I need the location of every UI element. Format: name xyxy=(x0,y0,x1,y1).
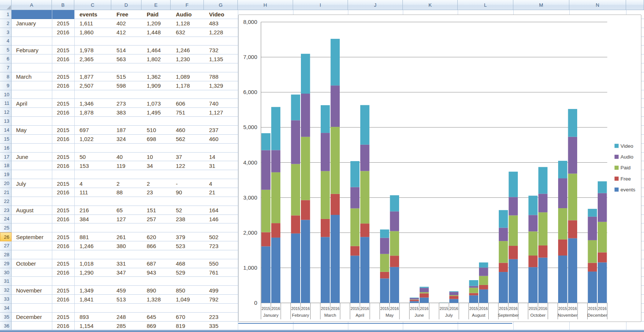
legend-swatch[interactable] xyxy=(615,155,619,159)
bar-segment[interactable] xyxy=(529,256,538,267)
cell[interactable]: January xyxy=(12,19,52,28)
cell[interactable]: 1,127 xyxy=(204,108,238,117)
bar-segment[interactable] xyxy=(558,239,567,256)
cell[interactable] xyxy=(141,117,171,126)
cell[interactable]: July xyxy=(12,179,52,188)
cell[interactable] xyxy=(204,37,238,46)
cell[interactable]: 10 xyxy=(141,153,171,162)
row-header[interactable]: 24 xyxy=(0,215,12,224)
cell[interactable]: 380 xyxy=(111,241,141,250)
bar-segment[interactable] xyxy=(529,231,538,256)
cell[interactable]: 893 xyxy=(74,313,111,322)
bar-segment[interactable] xyxy=(351,187,360,209)
cell[interactable] xyxy=(52,37,74,46)
cell[interactable]: 606 xyxy=(171,99,204,108)
bar-segment[interactable] xyxy=(390,256,399,267)
row-header[interactable]: 2 xyxy=(0,19,12,28)
cell[interactable]: 620 xyxy=(141,232,171,241)
cell[interactable]: 335 xyxy=(204,322,238,331)
cell[interactable]: 1,089 xyxy=(171,72,204,81)
cell[interactable] xyxy=(12,10,52,19)
cell[interactable]: 257 xyxy=(141,215,171,224)
row-header[interactable]: 14 xyxy=(0,126,12,135)
cell[interactable] xyxy=(74,277,111,286)
cell[interactable] xyxy=(12,223,52,232)
bar-segment[interactable] xyxy=(351,209,360,246)
cell[interactable]: 187 xyxy=(111,126,141,135)
bar-segment[interactable] xyxy=(380,238,389,254)
bar-segment[interactable] xyxy=(360,145,370,171)
legend-entry[interactable]: Video xyxy=(620,143,633,149)
cell[interactable] xyxy=(111,63,141,72)
bar-segment[interactable] xyxy=(321,133,330,171)
row-header[interactable]: 35 xyxy=(0,313,12,322)
cell[interactable]: 2015 xyxy=(52,259,74,268)
row-header[interactable]: 12 xyxy=(0,108,12,117)
cell[interactable]: 2,365 xyxy=(74,54,111,63)
cell[interactable]: Audio xyxy=(171,10,204,19)
row-header[interactable]: 10 xyxy=(0,90,12,99)
cell[interactable] xyxy=(141,277,171,286)
bar-segment[interactable] xyxy=(469,286,479,288)
legend-entry[interactable]: Free xyxy=(620,176,631,182)
row-header[interactable]: 11 xyxy=(0,99,12,108)
cell[interactable]: August xyxy=(12,206,52,215)
bar-segment[interactable] xyxy=(351,161,360,187)
cell[interactable] xyxy=(111,277,141,286)
bar-segment[interactable] xyxy=(291,94,301,120)
cell[interactable]: 238 xyxy=(171,215,204,224)
cell[interactable] xyxy=(12,37,52,46)
column-header[interactable]: F xyxy=(171,0,204,10)
cell[interactable] xyxy=(12,135,52,144)
bar-segment[interactable] xyxy=(301,137,310,200)
cell[interactable]: 2016 xyxy=(52,54,74,63)
bar-segment[interactable] xyxy=(588,240,597,263)
bar-segment[interactable] xyxy=(598,181,607,193)
cell[interactable] xyxy=(12,277,52,286)
cell[interactable] xyxy=(12,117,52,126)
bar-segment[interactable] xyxy=(479,267,488,276)
cell[interactable] xyxy=(74,117,111,126)
cell[interactable] xyxy=(204,277,238,286)
cell[interactable]: 127 xyxy=(111,215,141,224)
row-header[interactable]: 32 xyxy=(0,286,12,295)
cell[interactable] xyxy=(171,63,204,72)
column-header[interactable]: D xyxy=(111,0,141,10)
column-header[interactable]: E xyxy=(141,0,171,10)
cell[interactable]: February xyxy=(12,46,52,54)
cell[interactable]: 523 xyxy=(171,241,204,250)
cell[interactable]: 1,878 xyxy=(74,108,111,117)
cell[interactable]: 379 xyxy=(171,232,204,241)
cell[interactable] xyxy=(12,108,52,117)
cell[interactable] xyxy=(141,90,171,99)
cell[interactable] xyxy=(12,28,52,37)
cell[interactable] xyxy=(52,170,74,179)
cell[interactable]: 2016 xyxy=(52,28,74,37)
cell[interactable] xyxy=(141,63,171,72)
cell[interactable]: 4 xyxy=(74,179,111,188)
cell[interactable]: 1,495 xyxy=(141,108,171,117)
cell[interactable]: 529 xyxy=(171,268,204,277)
cell[interactable]: 819 xyxy=(171,322,204,331)
row-header[interactable]: 28 xyxy=(0,250,12,259)
cell[interactable]: 1,329 xyxy=(204,81,238,90)
column-header[interactable]: B xyxy=(52,0,74,10)
cell[interactable] xyxy=(111,197,141,206)
cell[interactable] xyxy=(12,81,52,90)
bar-segment[interactable] xyxy=(449,291,459,292)
cell[interactable]: 65 xyxy=(111,206,141,215)
cell[interactable]: 1,802 xyxy=(141,54,171,63)
cell[interactable]: Free xyxy=(111,10,141,19)
cell[interactable] xyxy=(171,197,204,206)
legend-swatch[interactable] xyxy=(615,166,619,170)
bar-segment[interactable] xyxy=(271,107,281,150)
legend-entry[interactable]: Audio xyxy=(620,154,634,160)
cell[interactable]: 2 xyxy=(111,179,141,188)
cell[interactable]: 111 xyxy=(74,188,111,197)
cell[interactable]: 412 xyxy=(111,28,141,37)
cell[interactable]: 21 xyxy=(204,188,238,197)
cell[interactable]: 499 xyxy=(204,286,238,295)
cell[interactable] xyxy=(52,10,74,19)
bar-segment[interactable] xyxy=(479,276,488,285)
cell[interactable]: 550 xyxy=(204,259,238,268)
